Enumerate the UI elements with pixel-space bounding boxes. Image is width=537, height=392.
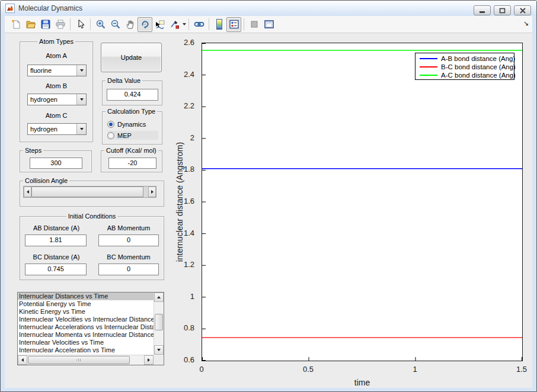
atom-b-select[interactable]: hydrogen: [27, 94, 87, 105]
hide-plot-tools-icon[interactable]: [247, 17, 261, 32]
atom-c-label: Atom C: [20, 112, 92, 119]
ab-momentum-label: AB Momentum: [94, 224, 164, 232]
listbox-horizontal-scrollbar[interactable]: [18, 355, 154, 365]
insert-legend-icon[interactable]: [226, 17, 241, 32]
atom-b-value: hydrogen: [30, 94, 57, 105]
toolbar-separator: [244, 18, 244, 30]
y-tick-label: 2.6: [167, 38, 194, 47]
radio-dynamics-dot: [107, 121, 114, 128]
x-tick-label: 1: [400, 365, 430, 374]
initial-conditions-title: Initial Conditions: [66, 213, 118, 220]
edit-cursor-icon[interactable]: [73, 17, 88, 32]
list-item[interactable]: Internuclear Distances vs Time: [18, 293, 154, 300]
figure-toolbar: ↘: [5, 16, 532, 33]
y-tick-label: 2.2: [167, 101, 194, 110]
bc-distance-field[interactable]: 0.745: [25, 264, 87, 275]
rotate-3d-icon[interactable]: [138, 17, 152, 32]
x-tick-label: 1.5: [507, 365, 532, 374]
cutoff-field[interactable]: -20: [108, 158, 156, 169]
update-button[interactable]: Update: [101, 43, 162, 72]
y-tick-label: 1.8: [167, 165, 194, 173]
toolbar-separator: [209, 18, 209, 30]
toolbar-separator: [188, 18, 189, 30]
update-button-label: Update: [121, 54, 142, 61]
collision-angle-panel: Collision Angle: [20, 181, 164, 207]
app-window: Molecular Dynamics: [0, 0, 537, 392]
scroll-right-arrow[interactable]: [144, 355, 154, 365]
bc-momentum-label: BC Momentum: [94, 253, 164, 261]
steps-title: Steps: [23, 147, 43, 154]
listbox-items: Internuclear Distances vs TimePotential …: [18, 293, 154, 355]
window-title: Molecular Dynamics: [18, 4, 82, 12]
toolbar-separator: [70, 18, 71, 30]
zoom-in-icon[interactable]: [93, 17, 108, 32]
zoom-out-icon[interactable]: [108, 17, 123, 32]
slider-left-arrow[interactable]: [24, 187, 31, 197]
atom-types-panel-title: Atom Types: [37, 38, 75, 45]
list-item[interactable]: Internuclear Momenta vs Internuclear Dis…: [18, 331, 154, 339]
atom-types-panel: Atom Types Atom A fluorine Atom B hydrog…: [20, 41, 93, 142]
legend-line-sample: [420, 58, 437, 59]
bc-momentum-field[interactable]: 0: [98, 264, 159, 275]
listbox-vertical-scrollbar[interactable]: [154, 293, 164, 355]
plot-area[interactable]: [202, 43, 523, 361]
vertical-scroll-thumb[interactable]: [155, 314, 163, 330]
initial-conditions-panel: Initial Conditions AB Distance (A) AB Mo…: [20, 216, 164, 280]
legend-label: A-B bond distance (Ang): [441, 55, 515, 62]
list-item[interactable]: Internuclear Velocities vs Internuclear …: [18, 316, 154, 323]
slider-right-arrow[interactable]: [148, 187, 156, 197]
collision-angle-slider[interactable]: [23, 186, 156, 198]
atom-a-label: Atom A: [20, 52, 92, 59]
close-button[interactable]: [514, 5, 531, 15]
legend-label: B-C bond distance (Ang): [441, 63, 516, 70]
list-item[interactable]: Internuclear Accelerations vs Internucle…: [18, 323, 154, 331]
plot-type-listbox[interactable]: Internuclear Distances vs TimePotential …: [17, 292, 164, 365]
plot-legend[interactable]: A-B bond distance (Ang) B-C bond distanc…: [415, 53, 514, 80]
atom-c-select[interactable]: hydrogen: [27, 123, 87, 135]
brush-icon[interactable]: [167, 17, 182, 32]
list-item[interactable]: Kinetic Energy vs Time: [18, 308, 154, 316]
y-tick-label: 2: [167, 133, 194, 142]
minimize-button[interactable]: [474, 5, 491, 15]
maximize-button[interactable]: [494, 5, 511, 15]
new-file-icon[interactable]: [8, 17, 23, 32]
save-icon[interactable]: [38, 17, 53, 32]
ab-distance-field[interactable]: 1.81: [25, 234, 87, 246]
collision-angle-title: Collision Angle: [23, 177, 69, 184]
scrollbar-corner: [154, 355, 164, 365]
scroll-down-arrow[interactable]: [154, 345, 164, 355]
list-item[interactable]: Internulear Velocities vs Time: [18, 339, 154, 346]
data-cursor-icon[interactable]: [152, 17, 167, 32]
print-icon[interactable]: [53, 17, 68, 32]
delta-value-field[interactable]: 0.424: [107, 89, 158, 101]
scroll-left-arrow[interactable]: [18, 355, 27, 365]
ab-momentum-field[interactable]: 0: [98, 234, 159, 246]
atom-c-dropdown-icon[interactable]: [76, 124, 86, 134]
radio-dynamics[interactable]: Dynamics: [107, 120, 146, 128]
radio-mep-dot: [107, 132, 114, 139]
dock-figure-icon[interactable]: [261, 17, 276, 32]
open-file-icon[interactable]: [23, 17, 38, 32]
y-tick-label: 2.4: [167, 70, 194, 79]
list-item[interactable]: Potential Energy vs Time: [18, 300, 154, 308]
steps-field[interactable]: 300: [30, 158, 82, 169]
insert-colorbar-icon[interactable]: [212, 17, 226, 32]
horizontal-scroll-thumb[interactable]: [28, 356, 130, 364]
toolbar-overflow-icon[interactable]: ↘: [523, 20, 529, 27]
legend-label: A-C bond distance (Ang): [441, 72, 516, 79]
link-plot-icon[interactable]: [191, 17, 206, 32]
slider-thumb[interactable]: [31, 187, 143, 197]
radio-mep[interactable]: MEP: [107, 131, 158, 140]
pan-icon[interactable]: [123, 17, 138, 32]
list-item[interactable]: Internuclear Acceleration vs Time: [18, 346, 154, 354]
atom-b-dropdown-icon[interactable]: [76, 94, 86, 105]
atom-c-value: hydrogen: [30, 124, 57, 134]
radio-mep-label: MEP: [117, 132, 132, 139]
atom-a-select[interactable]: fluorine: [27, 65, 87, 76]
atom-a-dropdown-icon[interactable]: [76, 65, 86, 76]
calculation-type-title: Calculation Type: [106, 108, 157, 115]
matlab-icon: [5, 4, 15, 13]
brush-dropdown-icon[interactable]: [183, 23, 186, 25]
scroll-up-arrow[interactable]: [154, 293, 164, 302]
cutoff-title: Cutoff (Kcal/ mol): [104, 147, 158, 154]
